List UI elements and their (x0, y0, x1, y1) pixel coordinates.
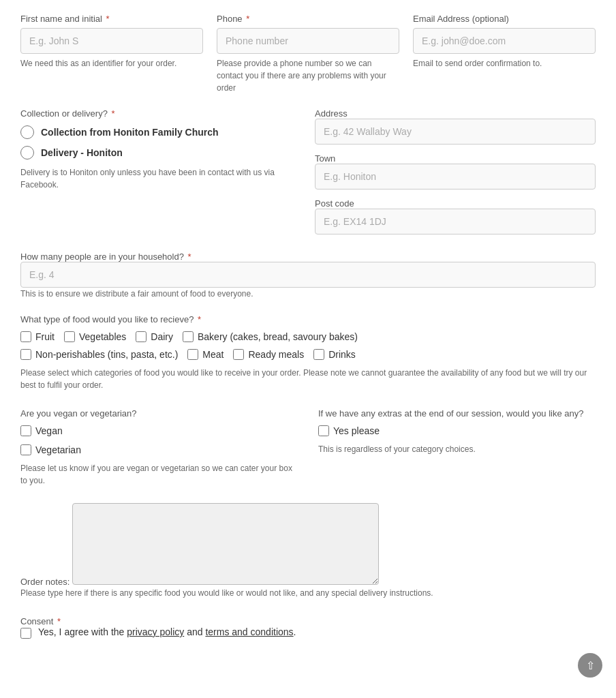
privacy-policy-link[interactable]: privacy policy (127, 626, 184, 637)
checkbox-nonperishables[interactable]: Non-perishables (tins, pasta, etc.) (20, 349, 178, 360)
checkbox-dairy[interactable]: Dairy (136, 331, 173, 342)
consent-checkbox[interactable] (20, 628, 31, 639)
phone-field: Phone * Please provide a phone number so… (217, 14, 399, 94)
dairy-checkbox[interactable] (136, 331, 147, 342)
consent-label: Consent * (20, 616, 61, 626)
dietary-extras-section: Are you vegan or vegetarian? Vegan Veget… (20, 408, 596, 487)
checkbox-bakery[interactable]: Bakery (cakes, bread, savoury bakes) (183, 331, 358, 342)
vegetarian-label: Vegetarian (35, 444, 81, 455)
checkbox-drinks[interactable]: Drinks (313, 349, 356, 360)
household-input[interactable] (20, 262, 596, 288)
drinks-label: Drinks (328, 349, 356, 360)
meat-label: Meat (202, 349, 224, 360)
email-field: Email Address (optional) Email to send o… (413, 14, 596, 94)
food-types-row-2: Non-perishables (tins, pasta, etc.) Meat… (20, 349, 596, 360)
nonperishables-checkbox[interactable] (20, 349, 31, 360)
household-label: How many people are in your household? * (20, 252, 191, 262)
nonperishables-label: Non-perishables (tins, pasta, etc.) (35, 349, 178, 360)
order-notes-label: Order notes: (20, 577, 70, 587)
extras-section: If we have any extras at the end of our … (318, 408, 596, 487)
town-label: Town (315, 153, 335, 164)
first-name-field: First name and initial * We need this as… (20, 14, 203, 94)
extras-checkbox-row: Yes please (318, 425, 596, 436)
consent-text-suffix: . (294, 626, 296, 637)
dairy-label: Dairy (151, 331, 173, 342)
meat-checkbox[interactable] (187, 349, 198, 360)
food-types-label-text: What type of food would you like to reci… (20, 314, 194, 324)
vegan-checkbox[interactable] (20, 425, 31, 436)
extras-label: If we have any extras at the end of our … (318, 408, 584, 419)
scroll-top-button[interactable]: ⇧ (578, 653, 602, 669)
email-label: Email Address (optional) (413, 14, 596, 24)
vegetables-label: Vegetables (79, 331, 126, 342)
food-types-label: What type of food would you like to reci… (20, 314, 201, 324)
town-field: Town (315, 153, 596, 189)
bakery-checkbox[interactable] (183, 331, 194, 342)
address-section: Address Town Post code (315, 108, 596, 234)
yes-please-label: Yes please (333, 425, 380, 436)
consent-row: Yes, I agree with the privacy policy and… (20, 626, 596, 639)
first-name-input[interactable] (20, 28, 203, 54)
checkbox-fruit[interactable]: Fruit (20, 331, 55, 342)
email-label-text: Email Address (optional) (413, 14, 509, 24)
checkbox-meat[interactable]: Meat (187, 349, 224, 360)
dietary-section: Are you vegan or vegetarian? Vegan Veget… (20, 408, 298, 487)
order-notes-textarea[interactable] (72, 503, 379, 585)
first-name-label: First name and initial * (20, 14, 203, 24)
fruit-checkbox[interactable] (20, 331, 31, 342)
delivery-radio-label: Delivery - Honiton (41, 147, 123, 158)
address-group: Address Town Post code (315, 108, 596, 234)
first-name-helper: We need this as an identifier for your o… (20, 57, 203, 70)
fruit-label: Fruit (35, 331, 55, 342)
checkbox-ready-meals[interactable]: Ready meals (233, 349, 304, 360)
first-name-required: * (106, 14, 110, 24)
address-label: Address (315, 108, 348, 119)
household-label-text: How many people are in your household? (20, 252, 184, 262)
consent-text-prefix: Yes, I agree with the (38, 626, 127, 637)
first-name-label-text: First name and initial (20, 14, 102, 24)
radio-group: Collection from Honiton Family Church De… (20, 125, 301, 160)
food-types-helper: Please select which categories of food y… (20, 368, 587, 390)
postcode-field: Post code (315, 198, 596, 234)
household-section: How many people are in your household? *… (20, 251, 596, 300)
yes-please-checkbox[interactable] (318, 425, 329, 436)
order-notes-section: Order notes: Please type here if there i… (20, 503, 596, 599)
bakery-label: Bakery (cakes, bread, savoury bakes) (198, 331, 358, 342)
terms-link[interactable]: terms and conditions (205, 626, 293, 637)
household-required: * (188, 252, 191, 262)
vegan-label: Vegan (35, 425, 63, 436)
phone-input[interactable] (217, 28, 399, 54)
order-notes-helper: Please type here if there is any specifi… (20, 588, 433, 598)
postcode-input[interactable] (315, 209, 596, 234)
phone-required: * (246, 14, 249, 24)
collection-delivery-section: Collection or delivery? * Collection fro… (20, 108, 301, 234)
email-input[interactable] (413, 28, 596, 54)
collection-label: Collection or delivery? * (20, 108, 115, 119)
phone-label-text: Phone (217, 14, 243, 24)
delivery-radio[interactable] (20, 146, 34, 160)
checkbox-vegetarian[interactable]: Vegetarian (20, 444, 298, 455)
radio-item-delivery[interactable]: Delivery - Honiton (20, 146, 301, 160)
checkbox-yes-please[interactable]: Yes please (318, 425, 596, 436)
dietary-label: Are you vegan or vegetarian? (20, 408, 137, 419)
consent-required: * (57, 616, 61, 626)
vegetables-checkbox[interactable] (64, 331, 75, 342)
postcode-label: Post code (315, 198, 354, 209)
ready-meals-checkbox[interactable] (233, 349, 244, 360)
town-input[interactable] (315, 164, 596, 189)
dietary-helper: Please let us know if you are vegan or v… (20, 464, 292, 485)
dietary-checkboxes: Vegan Vegetarian (20, 425, 298, 455)
household-helper: This is to ensure we distribute a fair a… (20, 289, 253, 299)
radio-item-collection[interactable]: Collection from Honiton Family Church (20, 125, 301, 139)
drinks-checkbox[interactable] (313, 349, 324, 360)
checkbox-vegetables[interactable]: Vegetables (64, 331, 126, 342)
collection-required: * (112, 108, 115, 119)
collection-label-text: Collection or delivery? (20, 108, 108, 119)
vegetarian-checkbox[interactable] (20, 444, 31, 455)
checkbox-vegan[interactable]: Vegan (20, 425, 298, 436)
collection-radio[interactable] (20, 125, 34, 139)
consent-label-text: Consent (20, 616, 53, 626)
food-types-section: What type of food would you like to reci… (20, 314, 596, 391)
consent-text-middle: and (184, 626, 205, 637)
address-input[interactable] (315, 119, 596, 145)
